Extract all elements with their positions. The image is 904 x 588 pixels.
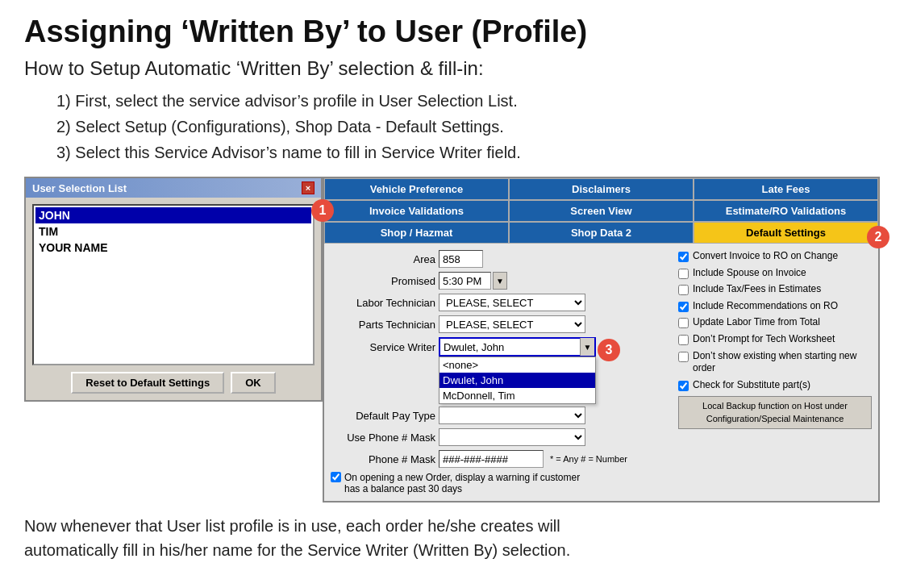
- cb-row-3: Include Recommendations on RO: [678, 300, 872, 313]
- tab-default-settings[interactable]: Default Settings: [694, 222, 878, 244]
- cb-label-7: Check for Substitute part(s): [693, 379, 810, 392]
- phone-mask-label: Use Phone # Mask: [331, 432, 435, 444]
- main-content: User Selection List × JOHN TIM YOUR NAME…: [24, 177, 880, 503]
- dialog-buttons: Reset to Default Settings OK: [32, 372, 315, 394]
- tab-shop-hazmat[interactable]: Shop / Hazmat: [324, 222, 509, 244]
- cb-dont-show-existing[interactable]: [678, 352, 689, 362]
- phone-mask-note: * = Any # = Number: [550, 454, 627, 464]
- cb-label-3: Include Recommendations on RO: [693, 300, 838, 313]
- cb-row-2: Include Tax/Fees in Estimates: [678, 283, 872, 296]
- tab-late-fees[interactable]: Late Fees: [694, 178, 878, 200]
- user-list-item-john[interactable]: JOHN: [35, 207, 311, 223]
- cb-label-6: Don’t show existing when starting new or…: [693, 350, 872, 375]
- tab-screen-view[interactable]: Screen View: [509, 200, 694, 222]
- dialog-titlebar: User Selection List ×: [26, 178, 321, 198]
- close-button[interactable]: ×: [302, 181, 315, 194]
- dropdown-list: <none> Dwulet, John McDonnell, Tim: [439, 357, 596, 404]
- default-pay-row: Default Pay Type: [331, 407, 670, 424]
- phone-mask2-input[interactable]: [439, 450, 544, 468]
- balance-label: On opening a new Order, display a warnin…: [344, 472, 589, 494]
- cb-dont-prompt-tech[interactable]: [678, 335, 689, 345]
- cb-check-substitute[interactable]: [678, 381, 689, 391]
- parts-tech-select[interactable]: PLEASE, SELECT: [440, 316, 585, 332]
- badge-2: 2: [867, 226, 889, 248]
- right-panel: Vehicle Preference Disclaimers Late Fees…: [323, 177, 880, 503]
- user-list-item-tim[interactable]: TIM: [35, 223, 311, 240]
- reset-default-button[interactable]: Reset to Default Settings: [71, 372, 224, 394]
- dialog-body: JOHN TIM YOUR NAME Reset to Default Sett…: [26, 198, 321, 400]
- default-pay-label: Default Pay Type: [331, 410, 435, 422]
- user-list-box[interactable]: JOHN TIM YOUR NAME: [32, 204, 315, 365]
- time-input[interactable]: [439, 272, 491, 290]
- cb-include-tax[interactable]: [678, 285, 689, 295]
- user-selection-dialog: User Selection List × JOHN TIM YOUR NAME…: [24, 177, 323, 402]
- cb-label-2: Include Tax/Fees in Estimates: [693, 283, 821, 296]
- phone-mask2-row: Phone # Mask * = Any # = Number: [331, 450, 670, 468]
- promised-row: Promised ▼: [331, 272, 670, 290]
- cb-update-labor[interactable]: [678, 318, 689, 328]
- cb-include-recommendations[interactable]: [678, 302, 689, 312]
- labor-tech-row: Labor Technician PLEASE, SELECT: [331, 294, 670, 311]
- dialog-title: User Selection List: [32, 182, 127, 194]
- labor-tech-label: Labor Technician: [331, 297, 435, 309]
- step-3: 3) Select this Service Advisor’s name to…: [56, 140, 880, 165]
- service-writer-value: Dwulet, John: [440, 341, 580, 353]
- promised-label: Promised: [331, 275, 435, 287]
- tabs-row-2: Invoice Validations Screen View Estimate…: [324, 200, 878, 222]
- cb-include-spouse[interactable]: [678, 269, 689, 279]
- area-label: Area: [331, 253, 435, 265]
- cb-row-7: Check for Substitute part(s): [678, 379, 872, 392]
- steps-container: 1) First, select the service advisor’s p…: [24, 88, 880, 165]
- tab-shop-data-2[interactable]: Shop Data 2: [509, 222, 694, 244]
- cb-label-5: Don’t Prompt for Tech Worksheet: [693, 333, 835, 346]
- cb-row-6: Don’t show existing when starting new or…: [678, 350, 872, 375]
- tab-estimate-ro-validations[interactable]: Estimate/RO Validations: [694, 200, 878, 222]
- ok-button[interactable]: OK: [231, 372, 276, 394]
- parts-tech-label: Parts Technician: [331, 319, 435, 331]
- subtitle: How to Setup Automatic ‘Written By’ sele…: [24, 57, 880, 80]
- labor-tech-select-wrap[interactable]: PLEASE, SELECT: [439, 294, 585, 311]
- tab-disclaimers[interactable]: Disclaimers: [509, 178, 694, 200]
- step-1: 1) First, select the service advisor’s p…: [56, 88, 880, 114]
- phone-mask2-label: Phone # Mask: [331, 453, 435, 465]
- time-select: ▼: [439, 272, 507, 290]
- dropdown-item-dwulet[interactable]: Dwulet, John: [440, 373, 595, 388]
- time-arrow[interactable]: ▼: [493, 272, 507, 290]
- user-selection-dialog-wrapper: User Selection List × JOHN TIM YOUR NAME…: [24, 177, 323, 402]
- dropdown-arrow-icon[interactable]: ▼: [580, 338, 594, 356]
- cb-label-1: Include Spouse on Invoice: [693, 267, 806, 280]
- service-writer-dropdown-main[interactable]: Dwulet, John ▼: [439, 337, 596, 357]
- form-right: Convert Invoice to RO on Change Include …: [678, 250, 872, 494]
- tabs-row-1: Vehicle Preference Disclaimers Late Fees: [324, 178, 878, 200]
- tab-vehicle-preference[interactable]: Vehicle Preference: [324, 178, 509, 200]
- cb-row-5: Don’t Prompt for Tech Worksheet: [678, 333, 872, 346]
- balance-checkbox-row: On opening a new Order, display a warnin…: [331, 472, 589, 494]
- badge-1: 1: [311, 199, 334, 222]
- badge-3: 3: [598, 339, 620, 361]
- balance-checkbox[interactable]: [331, 472, 341, 482]
- cb-convert-invoice[interactable]: [678, 252, 689, 262]
- phone-mask-select[interactable]: [440, 429, 585, 445]
- parts-tech-row: Parts Technician PLEASE, SELECT: [331, 315, 670, 333]
- form-left: Area Promised ▼ Labor Technician PLEASE,…: [331, 250, 670, 494]
- dropdown-item-none[interactable]: <none>: [440, 357, 595, 373]
- default-pay-select[interactable]: [440, 407, 585, 423]
- parts-tech-select-wrap[interactable]: PLEASE, SELECT: [439, 315, 585, 333]
- user-list-item-yourname[interactable]: YOUR NAME: [35, 240, 311, 256]
- phone-mask-row: Use Phone # Mask: [331, 428, 670, 446]
- step-2: 2) Select Setup (Configurations), Shop D…: [56, 114, 880, 140]
- area-input[interactable]: [439, 250, 483, 268]
- cb-row-1: Include Spouse on Invoice: [678, 267, 872, 280]
- phone-mask-select-wrap[interactable]: [439, 428, 585, 446]
- tab-invoice-validations[interactable]: Invoice Validations: [324, 200, 509, 222]
- labor-tech-select[interactable]: PLEASE, SELECT: [440, 294, 585, 311]
- cb-label-4: Update Labor Time from Total: [693, 316, 820, 329]
- form-area: Area Promised ▼ Labor Technician PLEASE,…: [324, 244, 878, 501]
- default-pay-select-wrap[interactable]: [439, 407, 585, 424]
- service-writer-dropdown: Dwulet, John ▼ <none> Dwulet, John McDon…: [439, 337, 596, 357]
- cb-row-0: Convert Invoice to RO on Change: [678, 250, 872, 263]
- area-row: Area: [331, 250, 670, 268]
- dropdown-item-mcdonnell[interactable]: McDonnell, Tim: [440, 388, 595, 403]
- bottom-note: Now whenever that User list profile is i…: [24, 514, 880, 562]
- page-title: Assigning ‘Written By’ to User (Profile): [24, 15, 880, 49]
